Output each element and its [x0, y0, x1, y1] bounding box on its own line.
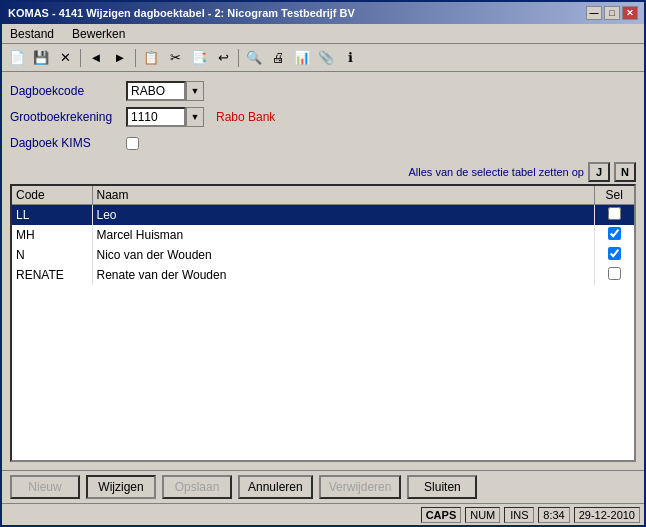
dagboekcode-lookup-btn[interactable]: ▼	[186, 81, 204, 101]
dagboek-kims-label: Dagboek KIMS	[10, 136, 120, 150]
toolbar-paste[interactable]: 📑	[188, 47, 210, 69]
col-header-code: Code	[12, 186, 92, 205]
content-area: Dagboekcode ▼ Grootboekrekening ▼ Rabo B…	[2, 72, 644, 470]
dagboek-kims-checkbox[interactable]	[126, 137, 139, 150]
toolbar-copy-special[interactable]: 📋	[140, 47, 162, 69]
sel-checkbox[interactable]	[608, 267, 621, 280]
toolbar-attach[interactable]: 📎	[315, 47, 337, 69]
select-all-j-button[interactable]: J	[588, 162, 610, 182]
table-cell-code: RENATE	[12, 265, 92, 285]
table-cell-sel	[594, 245, 634, 265]
col-header-naam: Naam	[92, 186, 594, 205]
table-cell-sel	[594, 205, 634, 226]
toolbar-delete[interactable]: ✕	[54, 47, 76, 69]
toolbar-search[interactable]: 🔍	[243, 47, 265, 69]
toolbar-undo[interactable]: ↩	[212, 47, 234, 69]
main-window: KOMAS - 4141 Wijzigen dagboektabel - 2: …	[0, 0, 646, 527]
table-row[interactable]: NNico van der Wouden	[12, 245, 634, 265]
dagboekcode-label: Dagboekcode	[10, 84, 120, 98]
table-section: Alles van de selectie tabel zetten op J …	[10, 162, 636, 462]
verwijderen-button[interactable]: Verwijderen	[319, 475, 402, 499]
sel-checkbox[interactable]	[608, 247, 621, 260]
grootboekrekening-lookup-btn[interactable]: ▼	[186, 107, 204, 127]
title-bar: KOMAS - 4141 Wijzigen dagboektabel - 2: …	[2, 2, 644, 24]
dagboekcode-row: Dagboekcode ▼	[10, 80, 636, 102]
table-controls: Alles van de selectie tabel zetten op J …	[10, 162, 636, 182]
table-cell-naam: Marcel Huisman	[92, 225, 594, 245]
caps-indicator: CAPS	[421, 507, 462, 523]
status-bar: CAPS NUM INS 8:34 29-12-2010	[2, 503, 644, 525]
nieuw-button[interactable]: Nieuw	[10, 475, 80, 499]
toolbar-info[interactable]: ℹ	[339, 47, 361, 69]
toolbar-forward[interactable]: ►	[109, 47, 131, 69]
minimize-button[interactable]: —	[586, 6, 602, 20]
data-table: Code Naam Sel LLLeoMHMarcel HuismanNNico…	[12, 186, 634, 285]
toolbar-new[interactable]: 📄	[6, 47, 28, 69]
select-all-label: Alles van de selectie tabel zetten op	[408, 166, 584, 178]
table-cell-naam: Renate van der Wouden	[92, 265, 594, 285]
opslaan-button[interactable]: Opslaan	[162, 475, 232, 499]
grootboekrekening-row: Grootboekrekening ▼ Rabo Bank	[10, 106, 636, 128]
table-cell-sel	[594, 265, 634, 285]
time-display: 8:34	[538, 507, 569, 523]
sel-checkbox[interactable]	[608, 227, 621, 240]
sluiten-button[interactable]: Sluiten	[407, 475, 477, 499]
date-display: 29-12-2010	[574, 507, 640, 523]
toolbar-print[interactable]: 🖨	[267, 47, 289, 69]
window-title: KOMAS - 4141 Wijzigen dagboektabel - 2: …	[8, 7, 355, 19]
table-header-row: Code Naam Sel	[12, 186, 634, 205]
grootboekrekening-input[interactable]	[126, 107, 186, 127]
close-button[interactable]: ✕	[622, 6, 638, 20]
table-row[interactable]: RENATERenate van der Wouden	[12, 265, 634, 285]
toolbar-separator-3	[238, 49, 239, 67]
wijzigen-button[interactable]: Wijzigen	[86, 475, 156, 499]
table-wrapper: Code Naam Sel LLLeoMHMarcel HuismanNNico…	[10, 184, 636, 462]
toolbar-save[interactable]: 💾	[30, 47, 52, 69]
table-cell-code: MH	[12, 225, 92, 245]
button-bar: Nieuw Wijzigen Opslaan Annuleren Verwijd…	[2, 470, 644, 503]
table-row[interactable]: LLLeo	[12, 205, 634, 226]
grootboekrekening-input-group: ▼	[126, 107, 204, 127]
toolbar: 📄 💾 ✕ ◄ ► 📋 ✂ 📑 ↩ 🔍 🖨 📊 📎 ℹ	[2, 44, 644, 72]
toolbar-back[interactable]: ◄	[85, 47, 107, 69]
col-header-sel: Sel	[594, 186, 634, 205]
table-row[interactable]: MHMarcel Huisman	[12, 225, 634, 245]
title-controls: — □ ✕	[586, 6, 638, 20]
grootboekrekening-description: Rabo Bank	[216, 110, 275, 124]
num-indicator: NUM	[465, 507, 500, 523]
toolbar-separator-2	[135, 49, 136, 67]
dagboekcode-input-group: ▼	[126, 81, 204, 101]
ins-indicator: INS	[504, 507, 534, 523]
annuleren-button[interactable]: Annuleren	[238, 475, 313, 499]
table-cell-code: N	[12, 245, 92, 265]
menu-bewerken[interactable]: Bewerken	[68, 26, 129, 42]
dagboekcode-input[interactable]	[126, 81, 186, 101]
select-all-n-button[interactable]: N	[614, 162, 636, 182]
table-cell-sel	[594, 225, 634, 245]
dagboek-kims-row: Dagboek KIMS	[10, 132, 636, 154]
toolbar-cut[interactable]: ✂	[164, 47, 186, 69]
grootboekrekening-label: Grootboekrekening	[10, 110, 120, 124]
table-cell-naam: Nico van der Wouden	[92, 245, 594, 265]
table-cell-naam: Leo	[92, 205, 594, 226]
toolbar-separator-1	[80, 49, 81, 67]
sel-checkbox[interactable]	[608, 207, 621, 220]
menu-bestand[interactable]: Bestand	[6, 26, 58, 42]
toolbar-chart[interactable]: 📊	[291, 47, 313, 69]
table-cell-code: LL	[12, 205, 92, 226]
maximize-button[interactable]: □	[604, 6, 620, 20]
menu-bar: Bestand Bewerken	[2, 24, 644, 44]
